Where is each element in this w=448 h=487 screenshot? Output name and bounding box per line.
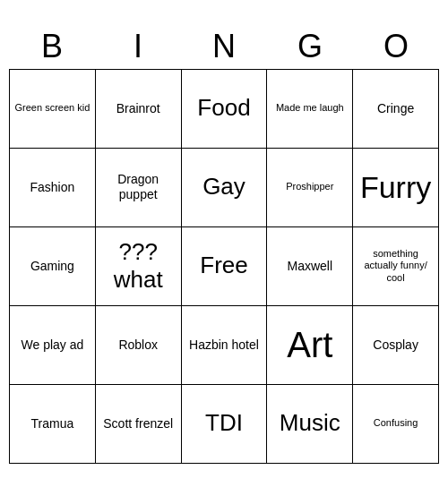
cell-text-15: We play ad: [22, 337, 84, 353]
cell-text-5: Fashion: [30, 180, 74, 195]
cell-text-3: Made me laugh: [276, 102, 344, 114]
bingo-cell-5[interactable]: Fashion: [10, 149, 96, 227]
bingo-cell-11[interactable]: ??? what: [96, 227, 182, 306]
bingo-grid: Green screen kidBrainrotFoodMade me laug…: [9, 69, 439, 464]
cell-text-0: Green screen kid: [15, 102, 90, 114]
cell-text-10: Gaming: [30, 259, 74, 274]
bingo-cell-24[interactable]: Confusing: [353, 385, 439, 464]
cell-text-1: Brainrot: [116, 101, 160, 116]
cell-text-7: Gay: [202, 173, 246, 201]
cell-text-16: Roblox: [118, 337, 158, 353]
bingo-card: B I N G O Green screen kidBrainrotFoodMa…: [9, 24, 439, 464]
bingo-cell-8[interactable]: Proshipper: [267, 149, 353, 227]
cell-text-24: Confusing: [374, 417, 418, 429]
bingo-cell-6[interactable]: Dragon puppet: [96, 149, 182, 227]
bingo-cell-7[interactable]: Gay: [182, 149, 268, 227]
bingo-cell-20[interactable]: Tramua: [10, 385, 96, 464]
cell-text-9: Furry: [360, 169, 431, 206]
cell-text-18: Art: [287, 323, 332, 366]
cell-text-8: Proshipper: [286, 181, 333, 192]
letter-g: G: [267, 24, 353, 69]
bingo-cell-4[interactable]: Cringe: [353, 70, 439, 149]
cell-text-6: Dragon puppet: [99, 172, 177, 202]
bingo-header: B I N G O: [9, 24, 439, 69]
bingo-cell-21[interactable]: Scott frenzel: [96, 385, 182, 464]
cell-text-13: Maxwell: [288, 259, 333, 274]
cell-text-20: Tramua: [31, 416, 74, 431]
bingo-cell-12[interactable]: Free: [182, 227, 268, 306]
letter-n: N: [181, 24, 267, 69]
bingo-cell-16[interactable]: Roblox: [96, 306, 182, 385]
cell-text-22: TDI: [205, 409, 243, 437]
bingo-cell-18[interactable]: Art: [267, 306, 353, 385]
bingo-cell-3[interactable]: Made me laugh: [267, 70, 353, 149]
cell-text-2: Food: [197, 94, 250, 122]
letter-b: B: [9, 24, 95, 69]
bingo-cell-23[interactable]: Music: [267, 385, 353, 464]
bingo-cell-14[interactable]: something actually funny/ cool: [353, 227, 439, 306]
bingo-cell-10[interactable]: Gaming: [10, 227, 96, 306]
cell-text-17: Hazbin hotel: [189, 337, 259, 353]
bingo-cell-0[interactable]: Green screen kid: [10, 70, 96, 149]
bingo-cell-9[interactable]: Furry: [353, 149, 439, 227]
cell-text-4: Cringe: [377, 101, 414, 116]
bingo-cell-22[interactable]: TDI: [182, 385, 268, 464]
bingo-cell-13[interactable]: Maxwell: [267, 227, 353, 306]
bingo-cell-19[interactable]: Cosplay: [353, 306, 439, 385]
bingo-cell-2[interactable]: Food: [182, 70, 268, 149]
cell-text-14: something actually funny/ cool: [357, 248, 435, 284]
cell-text-23: Music: [280, 409, 340, 437]
cell-text-21: Scott frenzel: [103, 416, 173, 431]
bingo-cell-17[interactable]: Hazbin hotel: [182, 306, 268, 385]
bingo-cell-1[interactable]: Brainrot: [96, 70, 182, 149]
cell-text-12: Free: [200, 252, 247, 279]
cell-text-19: Cosplay: [373, 337, 418, 353]
cell-text-11: ??? what: [99, 238, 177, 294]
letter-i: I: [95, 24, 181, 69]
bingo-cell-15[interactable]: We play ad: [10, 306, 96, 385]
letter-o: O: [353, 24, 439, 69]
